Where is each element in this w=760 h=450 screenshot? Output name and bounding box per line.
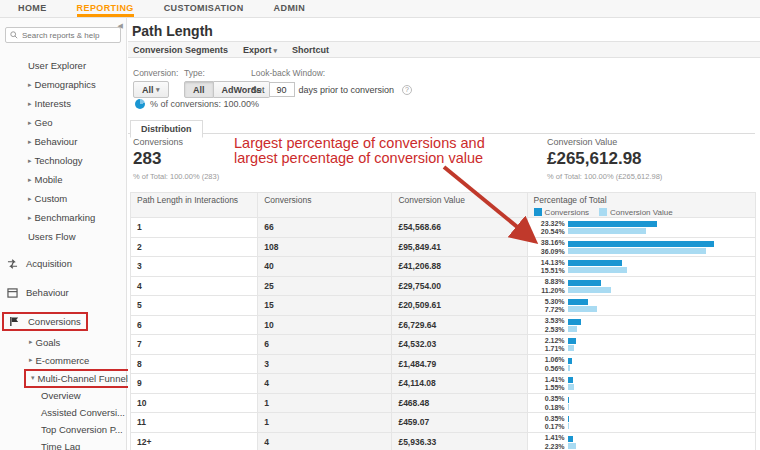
column-header-path-length-in-interactions[interactable]: Path Length in Interactions — [131, 193, 258, 218]
bar-conversion-value — [568, 287, 611, 293]
nav-item-admin[interactable]: ADMIN — [274, 0, 306, 17]
cell-path-length: 2 — [131, 237, 258, 257]
expand-arrow-icon: ▸ — [28, 195, 32, 203]
column-header-percentage-of-total[interactable]: Percentage of TotalConversionsConversion… — [527, 193, 755, 218]
chevron-down-icon: ▾ — [156, 86, 160, 94]
cell-percentage-of-total: 14.13%15.51% — [527, 257, 755, 277]
sidebar-item-custom[interactable]: ▸Custom — [0, 189, 126, 208]
sidebar-item-label: Demographics — [35, 79, 96, 90]
type-option-all[interactable]: All — [184, 81, 214, 98]
conversion-select[interactable]: All ▾ — [133, 81, 169, 98]
sidebar-item-geo[interactable]: ▸Geo — [0, 113, 126, 132]
bar-conversions — [568, 299, 588, 305]
conversion-value-amount: £265,612.98 — [547, 149, 662, 169]
lookback-control: Look-back Window: Set days prior to conv… — [251, 68, 412, 97]
toolbar-shortcut[interactable]: Shortcut — [292, 45, 329, 55]
cell-conversion-value: £1,484.79 — [392, 354, 527, 374]
sidebar-item-label: Acquisition — [26, 258, 72, 269]
cell-percentage-of-total: 1.41%1.55% — [527, 374, 755, 394]
sidebar-item-multi-channel-funnels[interactable]: ▾Multi-Channel Funnels — [0, 369, 126, 387]
sidebar-item-label: Users Flow — [28, 231, 76, 242]
behaviour-icon — [7, 288, 19, 298]
cell-conversion-value: £6,729.64 — [392, 315, 527, 335]
pct-labels: 2.12%1.71% — [528, 335, 565, 354]
sidebar-item-label: Overview — [41, 390, 81, 401]
bar-conversion-value — [568, 443, 577, 449]
expand-arrow-icon: ▸ — [28, 157, 32, 165]
cell-conversions: 6 — [258, 335, 392, 355]
sidebar-item-technology[interactable]: ▸Technology — [0, 151, 126, 170]
table-row: 94£4,114.081.41%1.55% — [131, 374, 756, 394]
sidebar-collapse-icon[interactable]: ◀ — [118, 22, 123, 30]
sidebar-item-conversions[interactable]: Conversions — [0, 310, 126, 333]
sidebar-item-benchmarking[interactable]: ▸Benchmarking — [0, 208, 126, 227]
sidebar-item-goals[interactable]: ▸Goals — [0, 333, 126, 351]
cell-conversions: 3 — [258, 354, 392, 374]
nav-item-customisation[interactable]: CUSTOMISATION — [164, 0, 244, 17]
column-header-conversions[interactable]: Conversions — [258, 193, 392, 218]
cell-conversion-value: £41,206.88 — [392, 257, 527, 277]
cell-percentage-of-total: 1.06%0.56% — [527, 354, 755, 374]
table-row: 166£54,568.6623.32%20.54% — [131, 218, 756, 238]
search-box[interactable] — [5, 27, 121, 43]
cell-conversion-value: £5,936.33 — [392, 432, 527, 450]
cell-conversions: 10 — [258, 315, 392, 335]
pct-of-conversions-note: % of conversions: 100.00% — [135, 99, 259, 109]
sidebar-item-users-flow[interactable]: Users Flow — [0, 227, 126, 246]
cell-conversion-value: £468.48 — [392, 393, 527, 413]
pct-labels: 0.35%0.18% — [528, 394, 565, 413]
sidebar-item-mobile[interactable]: ▸Mobile — [0, 170, 126, 189]
sidebar-item-assisted-conversi[interactable]: Assisted Conversi... — [0, 404, 126, 421]
sidebar-item-label: Behaviour — [35, 136, 78, 147]
acquisition-icon — [7, 259, 19, 269]
cell-path-length: 7 — [131, 335, 258, 355]
pct-labels: 5.30%7.72% — [528, 296, 565, 315]
sidebar-item-label: Goals — [36, 337, 61, 348]
toolbar-export[interactable]: Export ▾ — [243, 45, 277, 55]
pct-labels: 1.41%1.55% — [528, 374, 565, 393]
lookback-days-input[interactable] — [269, 82, 295, 97]
cell-path-length: 9 — [131, 374, 258, 394]
sidebar-item-behaviour[interactable]: Behaviour — [0, 281, 126, 304]
bar-conversions — [568, 377, 573, 383]
expand-arrow-icon: ▸ — [29, 338, 33, 346]
bar-conversions — [568, 397, 569, 403]
sidebar-item-acquisition[interactable]: Acquisition — [0, 252, 126, 275]
annotation-text: Largest percentage of conversions and la… — [234, 136, 494, 166]
nav-item-reporting[interactable]: REPORTING — [77, 0, 134, 17]
main-content: Path Length Conversion SegmentsExport ▾S… — [128, 18, 760, 450]
cell-conversions: 66 — [258, 218, 392, 238]
sidebar-item-e-commerce[interactable]: ▸E-commerce — [0, 351, 126, 369]
bar-conversion-value — [568, 267, 627, 273]
page-title: Path Length — [132, 23, 213, 39]
sidebar-item-top-conversion-p[interactable]: Top Conversion P... — [0, 421, 126, 438]
sidebar-item-interests[interactable]: ▸Interests — [0, 94, 126, 113]
column-header-conversion-value[interactable]: Conversion Value — [392, 193, 527, 218]
table-row: 12+4£5,936.331.41%2.23% — [131, 432, 756, 450]
cell-conversions: 40 — [258, 257, 392, 277]
pie-icon — [135, 99, 145, 109]
sidebar-item-label: Interests — [35, 98, 71, 109]
sidebar-item-time-lag[interactable]: Time Lag — [0, 438, 126, 450]
sidebar-item-overview[interactable]: Overview — [0, 387, 126, 404]
cell-conversion-value: £4,532.03 — [392, 335, 527, 355]
pct-labels: 8.83%11.20% — [528, 277, 565, 296]
sidebar-item-user-explorer[interactable]: User Explorer — [0, 56, 126, 75]
sidebar-item-label: Top Conversion P... — [41, 424, 123, 435]
bar-conversion-value — [568, 228, 647, 234]
toolbar-conversion-segments[interactable]: Conversion Segments — [133, 45, 228, 55]
sidebar-item-behaviour[interactable]: ▸Behaviour — [0, 132, 126, 151]
nav-item-home[interactable]: HOME — [18, 0, 47, 17]
sidebar-item-label: Time Lag — [41, 441, 80, 450]
bar-conversions — [568, 338, 576, 344]
help-icon[interactable]: ? — [402, 85, 412, 95]
sidebar-item-demographics[interactable]: ▸Demographics — [0, 75, 126, 94]
table-row: 515£20,509.615.30%7.72% — [131, 296, 756, 316]
legend-item: Conversions — [534, 208, 589, 217]
expand-arrow-icon: ▸ — [28, 138, 32, 146]
cell-percentage-of-total: 5.30%7.72% — [527, 296, 755, 316]
tab-distribution[interactable]: Distribution — [130, 120, 203, 138]
search-input[interactable] — [22, 31, 116, 40]
chevron-down-icon: ▾ — [272, 47, 277, 54]
cell-conversions: 4 — [258, 374, 392, 394]
